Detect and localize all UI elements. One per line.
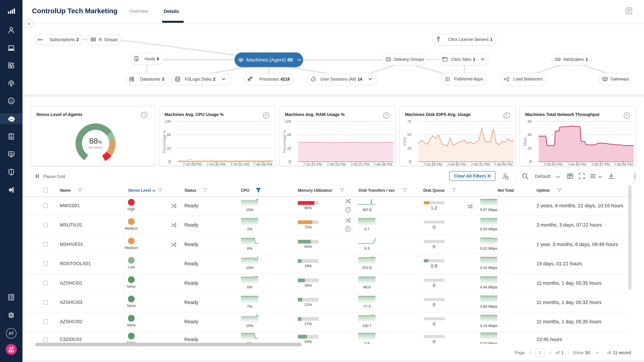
svg-text:7:45:31 PM: 7:45:31 PM: [471, 162, 490, 166]
svg-text:7:44:30 PM: 7:44:30 PM: [206, 162, 226, 166]
svg-text:0: 0: [409, 159, 412, 164]
svg-text:66: 66: [167, 133, 171, 137]
svg-text:0: 0: [168, 159, 171, 164]
svg-text:7:46:59 PM: 7:46:59 PM: [494, 162, 513, 166]
svg-text:100: 100: [165, 119, 171, 123]
svg-text:Percentage %: Percentage %: [282, 130, 286, 153]
svg-text:33: 33: [167, 146, 171, 150]
svg-text:25: 25: [407, 146, 412, 150]
svg-text:50: 50: [407, 133, 412, 137]
svg-text:7:44:40 PM: 7:44:40 PM: [567, 162, 586, 166]
svg-text:0: 0: [529, 159, 532, 164]
svg-text:7:43:22 PM: 7:43:22 PM: [303, 162, 322, 166]
svg-text:Percentage %: Percentage %: [162, 130, 166, 153]
svg-text:7:45:31 PM: 7:45:31 PM: [230, 162, 250, 166]
svg-text:60: 60: [528, 119, 532, 123]
svg-text:7:43:28 PM: 7:43:28 PM: [423, 162, 442, 166]
svg-text:40: 40: [528, 133, 532, 137]
svg-text:7:44:19 PM: 7:44:19 PM: [327, 162, 346, 166]
svg-text:7:43:28 PM: 7:43:28 PM: [183, 162, 202, 166]
svg-text:7:46:38 PM: 7:46:38 PM: [374, 162, 392, 166]
svg-text:7:45:21 PM: 7:45:21 PM: [351, 162, 370, 166]
svg-text:Mbps: Mbps: [523, 137, 527, 146]
svg-text:7:45:37 PM: 7:45:37 PM: [591, 162, 610, 166]
svg-text:7:46:59 PM: 7:46:59 PM: [614, 162, 633, 166]
svg-text:33: 33: [287, 146, 291, 150]
svg-text:0: 0: [289, 159, 291, 164]
svg-text:7:44:30 PM: 7:44:30 PM: [447, 162, 466, 166]
svg-text:75: 75: [407, 119, 412, 123]
svg-text:20: 20: [528, 146, 532, 150]
svg-text:100: 100: [285, 119, 291, 123]
svg-text:IOPS: IOPS: [403, 137, 407, 146]
svg-text:66: 66: [287, 133, 291, 137]
svg-text:7:43:43 PM: 7:43:43 PM: [544, 162, 562, 166]
svg-text:7:46:59 PM: 7:46:59 PM: [253, 162, 272, 166]
